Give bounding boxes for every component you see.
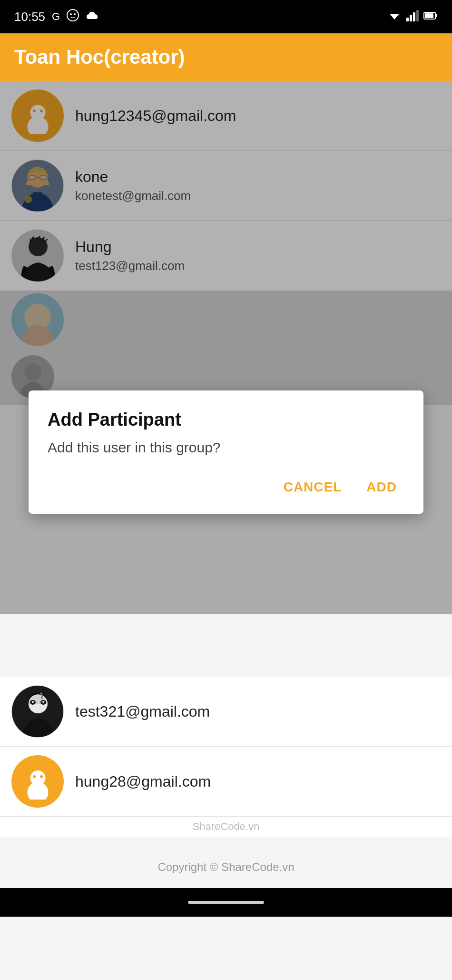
app-header: Toan Hoc(creator) <box>0 33 452 81</box>
nav-bar <box>0 888 452 917</box>
dialog-message: Add this user in this group? <box>48 440 404 456</box>
svg-rect-11 <box>435 14 437 17</box>
svg-rect-7 <box>413 12 415 21</box>
watermark: ShareCode.vn <box>0 817 452 837</box>
user-email: test321@gmail.com <box>75 703 210 720</box>
svg-point-37 <box>33 775 36 778</box>
user-email: hung28@gmail.com <box>75 773 211 790</box>
add-button[interactable]: ADD <box>359 475 404 500</box>
item-info: hung28@gmail.com <box>75 773 211 790</box>
dialog-actions: CANCEL ADD <box>48 475 404 500</box>
page-title: Toan Hoc(creator) <box>14 46 185 69</box>
status-left: 10:55 G <box>14 9 99 24</box>
item-info: test321@gmail.com <box>75 703 210 720</box>
svg-point-38 <box>40 775 43 778</box>
svg-point-2 <box>74 13 76 15</box>
battery-icon <box>423 11 438 22</box>
svg-rect-10 <box>425 13 433 18</box>
avatar <box>11 755 64 808</box>
list-item[interactable]: hung28@gmail.com <box>0 747 452 817</box>
copyright: Copyright © ShareCode.vn <box>0 846 452 888</box>
svg-rect-6 <box>410 15 412 21</box>
dialog-title: Add Participant <box>48 410 404 430</box>
user-list-continued: test321@gmail.com hung28@gmail.com Share… <box>0 677 452 837</box>
dialog-overlay <box>0 81 452 614</box>
cloud-icon <box>86 10 99 23</box>
add-participant-dialog: Add Participant Add this user in this gr… <box>29 390 423 514</box>
svg-point-34 <box>42 701 44 703</box>
svg-point-0 <box>67 10 79 21</box>
status-icons-right <box>387 10 438 23</box>
face-icon <box>67 9 79 24</box>
svg-marker-3 <box>390 14 399 20</box>
google-icon: G <box>52 10 60 23</box>
nav-indicator <box>188 901 264 904</box>
svg-point-1 <box>70 13 72 15</box>
list-item[interactable]: test321@gmail.com <box>0 677 452 747</box>
signal-icon <box>406 10 419 23</box>
wifi-icon <box>387 10 402 23</box>
svg-rect-5 <box>406 18 409 21</box>
status-bar: 10:55 G <box>0 0 452 33</box>
svg-point-33 <box>32 701 34 703</box>
avatar <box>11 685 64 738</box>
cancel-button[interactable]: CANCEL <box>276 475 350 500</box>
status-time: 10:55 <box>14 10 45 24</box>
svg-rect-8 <box>416 10 419 21</box>
